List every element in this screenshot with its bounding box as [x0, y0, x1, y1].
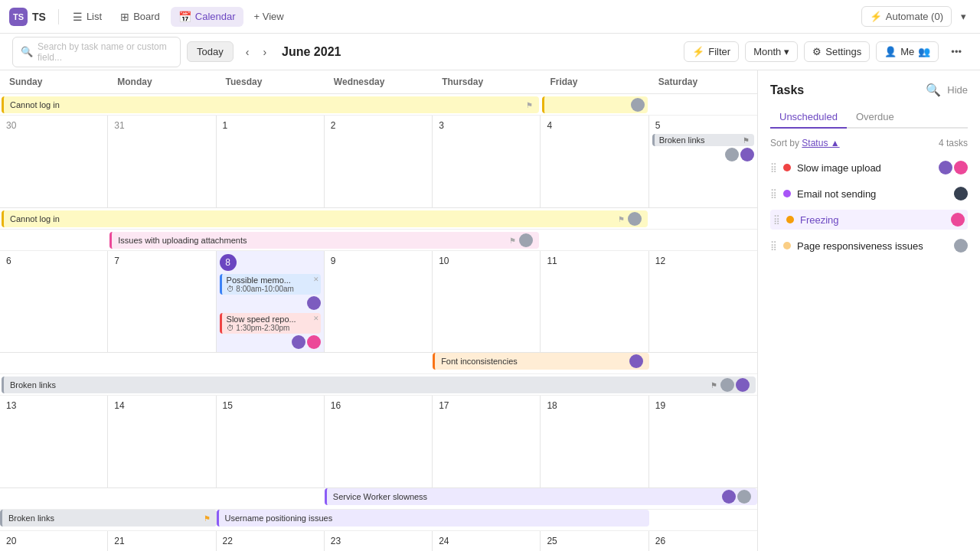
day-jun11[interactable]: 11 — [541, 251, 648, 352]
day-number: 1 — [220, 119, 321, 132]
hide-button[interactable]: Hide — [947, 84, 968, 96]
flag-icon: ⚑ — [743, 136, 750, 145]
day-may31[interactable]: 31 — [108, 116, 216, 207]
search-box[interactable]: 🔍 Search by task name or custom field... — [12, 37, 181, 67]
font-inconsistencies-event[interactable]: Font inconsistencies — [433, 353, 649, 370]
week-4: Broken links ⚑ Username positioning issu… — [0, 510, 757, 551]
drag-handle-icon: ⣿ — [770, 240, 777, 251]
day-number: 9 — [328, 254, 429, 268]
week4-days: 20 21 22 23 — [0, 531, 757, 551]
day-jun15[interactable]: 15 — [217, 396, 325, 487]
day-number: 18 — [544, 399, 645, 412]
day-number: 4 — [544, 119, 645, 132]
event-label: Cannot log in — [10, 100, 60, 109]
month-dropdown[interactable]: Month ▾ — [745, 41, 798, 62]
day-jun9[interactable]: 9 — [325, 251, 433, 352]
automate-icon: ⚡ — [870, 11, 882, 22]
day-jun21[interactable]: 21 — [108, 531, 216, 551]
day-jun7[interactable]: 7 — [108, 251, 216, 352]
task-item-email[interactable]: ⣿ Email not sending — [770, 184, 968, 204]
header-monday: Monday — [108, 70, 216, 93]
day-number: 25 — [544, 534, 645, 548]
nav-right: ⚡ Automate (0) ▾ — [861, 6, 971, 27]
automate-chevron[interactable]: ▾ — [956, 8, 971, 25]
avatar — [954, 187, 968, 201]
day-jun23[interactable]: 23 — [325, 531, 433, 551]
day-jun16[interactable]: 16 — [325, 396, 433, 487]
day-jun25[interactable]: 25 — [541, 531, 648, 551]
filter-button[interactable]: ⚡ Filter — [684, 41, 739, 62]
task-item-slow-image[interactable]: ⣿ Slow image upload — [770, 158, 968, 178]
task-dot — [783, 164, 791, 171]
event-time: ⏱ 8:00am-10:00am — [227, 285, 294, 293]
day-number: 11 — [544, 254, 645, 268]
day-jun20[interactable]: 20 — [0, 531, 108, 551]
day-jun1[interactable]: 1 — [217, 116, 325, 207]
broken-links-week3[interactable]: Broken links ⚑ — [2, 377, 756, 393]
avatar — [951, 213, 965, 227]
me-button[interactable]: 👤 Me 👥 — [876, 41, 939, 62]
avatar2 — [307, 335, 321, 349]
avatar2 — [736, 378, 750, 392]
next-month-button[interactable]: › — [256, 43, 273, 61]
settings-button[interactable]: ⚙ Settings — [804, 41, 870, 62]
day-jun22[interactable]: 22 — [217, 531, 325, 551]
automate-button[interactable]: ⚡ Automate (0) — [861, 6, 952, 27]
flag-icon: ⚑ — [618, 215, 625, 223]
cannot-log-in-fri[interactable] — [542, 96, 647, 113]
today-button[interactable]: Today — [187, 41, 234, 62]
avatar — [725, 148, 739, 161]
day-headers: Sunday Monday Tuesday Wednesday Thursday… — [0, 70, 757, 94]
nav-divider — [58, 9, 59, 24]
more-options-button[interactable]: ••• — [945, 43, 968, 60]
issues-uploading-event[interactable]: Issues with uploading attachments ⚑ — [109, 232, 539, 249]
add-view-btn[interactable]: + View — [247, 7, 292, 26]
service-worker-event[interactable]: Service Worker slowness — [325, 488, 757, 505]
day-jun14[interactable]: 14 — [108, 396, 216, 487]
day-jun17[interactable]: 17 — [433, 396, 541, 487]
day-jun13[interactable]: 13 — [0, 396, 108, 487]
day-jun5[interactable]: 5 Broken links ⚑ — [649, 116, 757, 207]
task-dot — [783, 190, 791, 197]
day-jun8[interactable]: 8 Possible memo... ⏱ 8:00am-10:00am ✕ — [217, 251, 325, 352]
search-icon-btn[interactable]: 🔍 — [926, 83, 941, 97]
task-item-freezing[interactable]: ⣿ Freezing — [770, 210, 968, 230]
event-label: Slow speed repo... — [227, 315, 296, 324]
task-dot — [786, 216, 794, 223]
day-jun24[interactable]: 24 — [433, 531, 541, 551]
day-jun10[interactable]: 10 — [433, 251, 541, 352]
nav-list[interactable]: ☰ List — [65, 7, 109, 27]
possible-memory-event[interactable]: Possible memo... ⏱ 8:00am-10:00am ✕ — [220, 274, 321, 295]
username-positioning-event[interactable]: Username positioning issues — [217, 510, 649, 527]
day-number: 26 — [652, 534, 754, 548]
day-jun18[interactable]: 18 — [541, 396, 648, 487]
month-chevron-icon: ▾ — [784, 46, 789, 57]
task-item-page-responsiveness[interactable]: ⣿ Page responsiveness issues — [770, 236, 968, 256]
avatar1 — [939, 161, 952, 174]
cannot-log-in-event-week1[interactable]: Cannot log in ⚑ — [2, 96, 539, 113]
tab-overdue[interactable]: Overdue — [847, 106, 903, 129]
header-wednesday: Wednesday — [325, 70, 433, 93]
day-jun2[interactable]: 2 — [325, 116, 433, 207]
day-number: 2 — [328, 119, 429, 132]
nav-board[interactable]: ⊞ Board — [113, 7, 168, 27]
day-jun6[interactable]: 6 — [0, 251, 108, 352]
today-number: 8 — [220, 254, 237, 271]
month-title: June 2021 — [282, 45, 341, 59]
slow-speed-event[interactable]: Slow speed repo... ⏱ 1:30pm-2:30pm ✕ — [220, 313, 321, 334]
day-jun3[interactable]: 3 — [433, 116, 541, 207]
task-list: ⣿ Slow image upload ⣿ Email not sending — [770, 158, 968, 256]
day-jun19[interactable]: 19 — [649, 396, 757, 487]
day-jun26[interactable]: 26 — [649, 531, 757, 551]
prev-month-button[interactable]: ‹ — [240, 43, 256, 61]
broken-links-event-jun5[interactable]: Broken links ⚑ — [652, 134, 754, 146]
cannot-log-in-week2[interactable]: Cannot log in ⚑ — [2, 210, 648, 227]
broken-links-week4[interactable]: Broken links ⚑ — [0, 510, 217, 527]
sort-field[interactable]: Status ▲ — [802, 138, 839, 148]
day-may30[interactable]: 30 — [0, 116, 108, 207]
day-jun12[interactable]: 12 — [649, 251, 757, 352]
nav-calendar[interactable]: 📅 Calendar — [171, 7, 243, 27]
day-jun4[interactable]: 4 — [541, 116, 648, 207]
tab-unscheduled[interactable]: Unscheduled — [770, 106, 847, 129]
automate-label: Automate (0) — [886, 11, 943, 22]
